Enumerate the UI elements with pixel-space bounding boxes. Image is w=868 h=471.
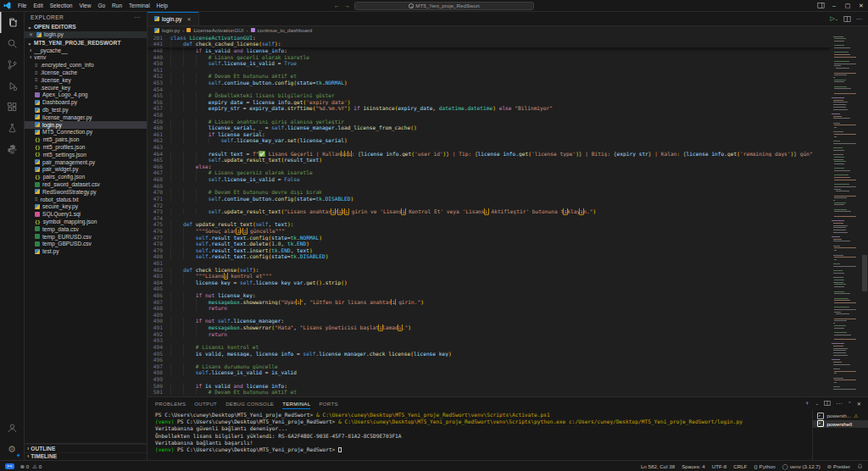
- panel-tab-problems[interactable]: PROBLEMS: [155, 397, 186, 409]
- outline-section[interactable]: › OUTLINE: [25, 444, 147, 452]
- code-line-450: 450 self.license_is_valid = True: [147, 60, 831, 67]
- menu-edit[interactable]: Edit: [30, 3, 46, 8]
- menu-file[interactable]: File: [14, 3, 30, 8]
- menu-run[interactable]: Run: [108, 3, 125, 8]
- panel-more-actions-icon[interactable]: ···: [836, 401, 843, 407]
- code-area[interactable]: 281class LicenseActivationGUI:441 def ch…: [147, 35, 831, 397]
- terminal-output[interactable]: PS C:\Users\cuney\Desktop\MT5_Yeni_proje…: [147, 409, 812, 460]
- status-notifications[interactable]: [857, 463, 863, 469]
- tree-item-symbol-mapping-json[interactable]: {}symbol_mapping.json: [25, 218, 147, 225]
- tree-item--encrypted-conn-info[interactable]: ≡.encrypted_conn_info: [25, 61, 147, 69]
- tree-item-temp-eurusd-csv[interactable]: temp_EURUSD.csv: [25, 233, 147, 241]
- tree-item-login-py[interactable]: login.py: [25, 121, 147, 129]
- minimap[interactable]: [831, 35, 861, 397]
- tree-item-pair-management-py[interactable]: pair_management.py: [25, 158, 147, 166]
- tree-item-dashboard-py[interactable]: Dashboard.py: [25, 98, 147, 106]
- editor-body[interactable]: 281class LicenseActivationGUI:441 def ch…: [147, 35, 868, 397]
- status-interpreter[interactable]: ◯venv (3.12.7): [782, 463, 821, 469]
- breadcrumb-item[interactable]: login.py: [162, 27, 180, 33]
- menu-selection[interactable]: Selection: [47, 3, 76, 8]
- tree-item-apex-logo-4-png[interactable]: Apex_Logo_4.png: [25, 91, 147, 99]
- tree-item-mt5-connection-py[interactable]: MT5_Connection.py: [25, 129, 147, 136]
- tree-item-pair-widget-py[interactable]: pair_widget.py: [25, 166, 147, 174]
- tab-login-py[interactable]: login.py ✕: [147, 12, 199, 25]
- tree-item-temp-gbpusd-csv[interactable]: temp_GBPUSD.csv: [25, 241, 147, 248]
- status-eol[interactable]: CRLF: [733, 463, 747, 469]
- editor-more-actions-icon[interactable]: ···: [856, 16, 862, 22]
- shell-powersh[interactable]: >_powersh...⚠: [813, 412, 868, 420]
- new-terminal-icon[interactable]: ＋: [804, 399, 810, 407]
- workspace-section[interactable]: ⌄ MT5_YENI_PROJE_REDSWORT: [25, 38, 147, 47]
- tree-item-mt5-profiles-json[interactable]: {}mt5_profiles.json: [25, 143, 147, 151]
- tree-item-temp-data-csv[interactable]: temp_data.csv: [25, 225, 147, 233]
- extensions-icon[interactable]: [0, 97, 24, 118]
- panel-tab-output[interactable]: OUTPUT: [194, 397, 217, 409]
- tree-item--secure-key[interactable]: ≡.secure_key: [25, 84, 147, 91]
- open-editor-login-py[interactable]: ✕ login.py: [25, 31, 147, 39]
- menu-view[interactable]: View: [75, 3, 94, 8]
- tree-item-pairs-config-json[interactable]: {}pairs_config.json: [25, 173, 147, 180]
- status-formatter[interactable]: ⊘Prettier: [827, 463, 850, 469]
- status-cursor-position[interactable]: Ln 582, Col 38: [641, 463, 675, 469]
- code-line-493: 493: [147, 337, 831, 344]
- status-language[interactable]: {}Python: [754, 463, 775, 469]
- panel-tab-debug-console[interactable]: DEBUG CONSOLE: [225, 397, 274, 409]
- account-icon[interactable]: [0, 418, 24, 439]
- tree-item-redswordstrategy-py[interactable]: RedSwordStrategy.py: [25, 188, 147, 196]
- tree-item-db-test-py[interactable]: db_test.py: [25, 106, 147, 114]
- breadcrumb[interactable]: login.py›LicenseActivationGUI›continue_t…: [147, 26, 868, 35]
- close-icon[interactable]: ✕: [29, 31, 33, 37]
- command-center-search[interactable]: MT5_Yeni_proje_RedSwort: [354, 2, 534, 10]
- source-control-icon[interactable]: [0, 54, 24, 75]
- split-terminal-icon[interactable]: [824, 400, 831, 407]
- back-button[interactable]: ←: [334, 3, 340, 8]
- explorer-icon[interactable]: [0, 12, 24, 33]
- tree-item-test-py[interactable]: test.py: [25, 247, 147, 255]
- breadcrumb-item[interactable]: LicenseActivationGUI: [193, 27, 243, 33]
- menu-help[interactable]: Help: [153, 3, 171, 8]
- breadcrumb-item[interactable]: continue_to_dashboard: [258, 27, 313, 33]
- tree-item-mt5-pairs-json[interactable]: {}mt5_pairs.json: [25, 136, 147, 143]
- editor-scrollbar[interactable]: [861, 35, 868, 397]
- tree-item-license-manager-py[interactable]: license_manager.py: [25, 114, 147, 121]
- tree-item-robot-status-txt[interactable]: ≡robot_status.txt: [25, 196, 147, 203]
- status-encoding[interactable]: UTF-8: [712, 463, 727, 469]
- tree-item--license-key[interactable]: ≡.license_key: [25, 76, 147, 84]
- panel-tab-ports[interactable]: PORTS: [319, 397, 337, 409]
- split-editor-icon[interactable]: [843, 15, 851, 23]
- problems-indicator[interactable]: ⊗0 ⚠0: [20, 463, 42, 469]
- python-extension-icon[interactable]: [0, 139, 24, 160]
- close-tab-icon[interactable]: ✕: [186, 16, 191, 22]
- forward-button[interactable]: →: [344, 3, 350, 8]
- tree-item--pycache-[interactable]: ›__pycache__: [25, 47, 147, 54]
- open-editors-section[interactable]: ⌄ OPEN EDITORS: [25, 23, 147, 31]
- run-python-file-button[interactable]: ▷⌄: [830, 15, 838, 22]
- timeline-section[interactable]: › TIMELINE: [25, 452, 147, 461]
- menu-terminal[interactable]: Terminal: [125, 3, 153, 8]
- sticky-scroll[interactable]: 281class LicenseActivationGUI:441 def ch…: [147, 35, 831, 47]
- testing-icon[interactable]: [0, 118, 24, 139]
- terminal-dropdown-icon[interactable]: ⌄: [815, 401, 820, 406]
- tree-item-red-sword-dataset-csv[interactable]: red_sword_dataset.csv: [25, 180, 147, 188]
- tree-item-sqlquery1-sql[interactable]: SQLQuery1.sql: [25, 210, 147, 218]
- layout-toggle-icon[interactable]: [814, 0, 827, 11]
- close-panel-icon[interactable]: ✕: [857, 401, 861, 407]
- tree-item-mt5-settings-json[interactable]: {}mt5_settings.json: [25, 151, 147, 158]
- run-debug-icon[interactable]: [0, 75, 24, 97]
- explorer-more-actions-icon[interactable]: ···: [134, 14, 141, 20]
- scrollbar-thumb[interactable]: [862, 255, 867, 291]
- status-indentation[interactable]: Spaces: 4: [682, 463, 705, 469]
- tree-item-secure-key-py[interactable]: secure_key.py: [25, 203, 147, 211]
- search-view-icon[interactable]: [0, 33, 24, 54]
- maximize-button[interactable]: ▢: [841, 0, 854, 11]
- maximize-panel-icon[interactable]: ⌃: [848, 401, 852, 406]
- settings-gear-icon[interactable]: ⚙: [0, 439, 24, 460]
- minimize-button[interactable]: –: [827, 0, 841, 11]
- tree-item--license-cache[interactable]: ≡.license_cache: [25, 69, 147, 76]
- shell-powershell[interactable]: >_powershell: [813, 420, 868, 429]
- panel-tab-terminal[interactable]: TERMINAL: [282, 397, 310, 409]
- close-button[interactable]: ✕: [854, 0, 868, 11]
- menu-go[interactable]: Go: [94, 3, 108, 8]
- remote-indicator[interactable]: ><: [5, 463, 14, 469]
- tree-item-venv[interactable]: ›venv: [25, 54, 147, 62]
